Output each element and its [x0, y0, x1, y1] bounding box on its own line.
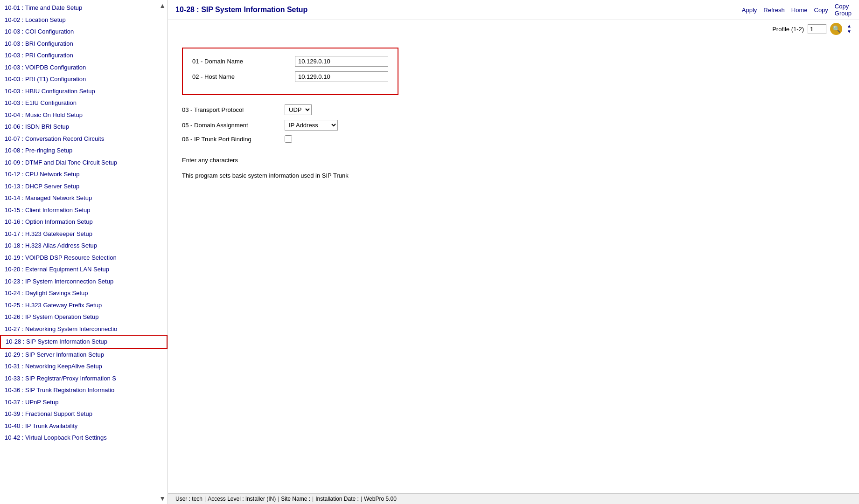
sidebar-item-10-37[interactable]: 10-37 : UPnP Setup	[0, 396, 168, 408]
sidebar-scroll-down[interactable]: ▼	[159, 495, 166, 502]
sidebar-item-10-15[interactable]: 10-15 : Client Information Setup	[0, 204, 168, 216]
header-actions: Apply Refresh Home Copy Copy Group	[742, 3, 852, 17]
domain-name-label: 01 - Domain Name	[192, 58, 295, 65]
ip-trunk-row: 06 - IP Trunk Port Binding	[182, 135, 845, 143]
host-name-label: 02 - Host Name	[192, 73, 295, 80]
host-name-row: 02 - Host Name 10.129.0.10	[192, 71, 388, 82]
sidebar-item-10-27[interactable]: 10-27 : Networking System Interconnectio	[0, 323, 168, 335]
hint-text: Enter any characters	[182, 157, 845, 164]
sidebar-item-10-25[interactable]: 10-25 : H.323 Gateway Prefix Setup	[0, 299, 168, 311]
sidebar-scroll-up[interactable]: ▲	[159, 2, 166, 9]
sidebar-item-10-13[interactable]: 10-13 : DHCP Server Setup	[0, 180, 168, 193]
profile-input[interactable]: 1	[808, 24, 826, 34]
sidebar-item-10-06[interactable]: 10-06 : ISDN BRI Setup	[0, 121, 168, 133]
nav-arrow-down[interactable]: ▼	[847, 29, 852, 35]
host-name-input[interactable]: 10.129.0.10	[295, 71, 388, 82]
sidebar-item-10-09[interactable]: 10-09 : DTMF and Dial Tone Circuit Setup	[0, 157, 168, 169]
sidebar-item-10-12[interactable]: 10-12 : CPU Network Setup	[0, 168, 168, 180]
nav-arrows[interactable]: ▲ ▼	[847, 23, 852, 35]
sidebar-item-10-14[interactable]: 10-14 : Managed Network Setup	[0, 192, 168, 204]
sidebar-item-10-28[interactable]: 10-28 : SIP System Information Setup	[0, 335, 168, 349]
transport-label: 03 - Transport Protocol	[182, 106, 285, 113]
sidebar-item-10-33[interactable]: 10-33 : SIP Registrar/Proxy Information …	[0, 373, 168, 385]
status-sep4: |	[361, 496, 362, 502]
sidebar-item-10-24[interactable]: 10-24 : Daylight Savings Setup	[0, 287, 168, 299]
search-icon[interactable]: 🔍	[830, 23, 842, 35]
sidebar-item-10-08[interactable]: 10-08 : Pre-ringing Setup	[0, 145, 168, 157]
copy-button[interactable]: Copy	[814, 7, 828, 14]
sidebar-item-10-01[interactable]: 10-01 : Time and Date Setup	[0, 2, 168, 14]
sidebar-item-10-03-coi[interactable]: 10-03 : COI Configuration	[0, 26, 168, 38]
sidebar-item-10-42[interactable]: 10-42 : Virtual Loopback Port Settings	[0, 432, 168, 444]
status-site: Site Name :	[281, 496, 310, 502]
desc-text: This program sets basic system informati…	[182, 172, 845, 179]
sidebar-item-10-03-voipdb[interactable]: 10-03 : VOIPDB Configuration	[0, 62, 168, 74]
sidebar-item-10-19[interactable]: 10-19 : VOIPDB DSP Resource Selection	[0, 252, 168, 264]
content-area: 10-28 : SIP System Information Setup App…	[168, 0, 859, 504]
sidebar-item-10-03-hbiu[interactable]: 10-03 : HBIU Configuration Setup	[0, 85, 168, 97]
refresh-button[interactable]: Refresh	[763, 7, 785, 14]
form-box: 01 - Domain Name 10.129.0.10 02 - Host N…	[182, 48, 398, 95]
sidebar-item-10-17[interactable]: 10-17 : H.323 Gatekeeper Setup	[0, 228, 168, 240]
domain-name-row: 01 - Domain Name 10.129.0.10	[192, 56, 388, 67]
sidebar-item-10-04[interactable]: 10-04 : Music On Hold Setup	[0, 109, 168, 121]
sidebar-item-10-39[interactable]: 10-39 : Fractional Support Setup	[0, 408, 168, 420]
ip-trunk-label: 06 - IP Trunk Port Binding	[182, 136, 285, 143]
sidebar-item-10-26[interactable]: 10-26 : IP System Operation Setup	[0, 311, 168, 323]
status-sep3: |	[312, 496, 314, 502]
sidebar-item-10-03-bri[interactable]: 10-03 : BRI Configuration	[0, 38, 168, 50]
ip-trunk-checkbox[interactable]	[285, 135, 292, 143]
status-bar: User : tech | Access Level : Installer (…	[168, 493, 859, 504]
sidebar-item-10-07[interactable]: 10-07 : Conversation Record Circuits	[0, 133, 168, 145]
sidebar-item-10-16[interactable]: 10-16 : Option Information Setup	[0, 216, 168, 228]
copy-group-button[interactable]: Copy Group	[835, 3, 852, 17]
sidebar-item-10-36[interactable]: 10-36 : SIP Trunk Registration Informati…	[0, 384, 168, 396]
sidebar-item-10-40[interactable]: 10-40 : IP Trunk Availability	[0, 420, 168, 432]
domain-assign-label: 05 - Domain Assignment	[182, 122, 285, 129]
sidebar-item-10-29[interactable]: 10-29 : SIP Server Information Setup	[0, 349, 168, 361]
sidebar-item-10-18[interactable]: 10-18 : H.323 Alias Address Setup	[0, 240, 168, 252]
status-install-date: Installation Date :	[315, 496, 359, 502]
nav-arrow-up[interactable]: ▲	[847, 23, 852, 29]
sidebar-item-10-23[interactable]: 10-23 : IP System Interconnection Setup	[0, 276, 168, 288]
domain-name-input[interactable]: 10.129.0.10	[295, 56, 388, 67]
sidebar-item-10-03-pri-t1[interactable]: 10-03 : PRI (T1) Configuration	[0, 73, 168, 85]
home-button[interactable]: Home	[791, 7, 808, 14]
sidebar: ▲ 10-01 : Time and Date Setup10-02 : Loc…	[0, 0, 168, 504]
page-title: 10-28 : SIP System Information Setup	[175, 6, 742, 14]
transport-select[interactable]: UDPTCPTLS	[285, 104, 312, 115]
form-area: 01 - Domain Name 10.129.0.10 02 - Host N…	[168, 38, 859, 493]
status-version: WebPro 5.00	[364, 496, 397, 502]
profile-label: Profile (1-2)	[772, 26, 804, 33]
sidebar-item-10-20[interactable]: 10-20 : External Equipment LAN Setup	[0, 263, 168, 276]
transport-row: 03 - Transport Protocol UDPTCPTLS	[182, 104, 845, 115]
domain-assign-select[interactable]: IP AddressDomain Name	[285, 120, 338, 131]
sidebar-item-10-03-pri[interactable]: 10-03 : PRI Configuration	[0, 49, 168, 62]
domain-assign-row: 05 - Domain Assignment IP AddressDomain …	[182, 120, 845, 131]
sidebar-item-10-31[interactable]: 10-31 : Networking KeepAlive Setup	[0, 360, 168, 373]
status-user: User : tech	[175, 496, 203, 502]
content-header: 10-28 : SIP System Information Setup App…	[168, 0, 859, 20]
status-access: Access Level : Installer (IN)	[208, 496, 276, 502]
sidebar-item-10-03-e1iu[interactable]: 10-03 : E1IU Configuration	[0, 97, 168, 109]
apply-button[interactable]: Apply	[742, 7, 757, 14]
status-sep2: |	[278, 496, 279, 502]
sidebar-item-10-02[interactable]: 10-02 : Location Setup	[0, 14, 168, 26]
profile-bar: Profile (1-2) 1 🔍 ▲ ▼	[168, 20, 859, 38]
status-sep1: |	[204, 496, 206, 502]
